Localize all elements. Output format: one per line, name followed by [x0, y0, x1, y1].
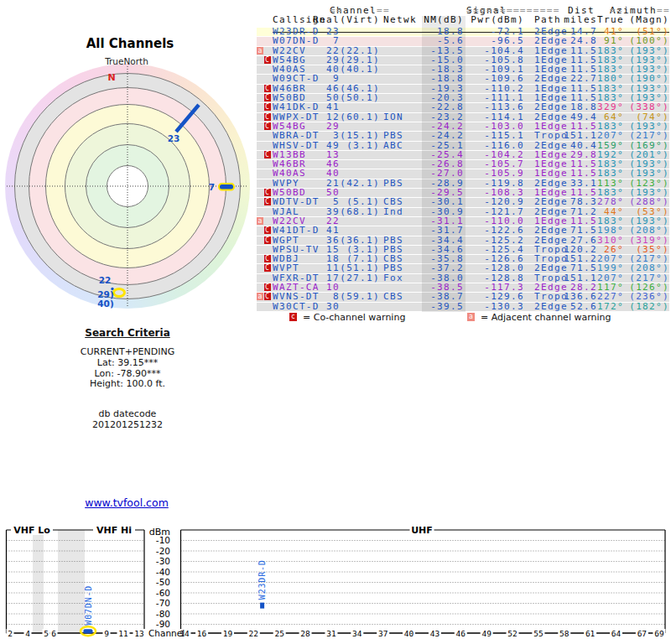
radar-marker-ch23 [176, 105, 199, 132]
cell-virt: (42.1) [340, 179, 380, 189]
radar-marker-ch29-highlight [114, 289, 125, 297]
table-header-columns: Callsign Real (Virt) Netwk NM(dB) Pwr(dB… [257, 16, 669, 25]
channel-tick-label: 69 [654, 629, 664, 638]
channel-tick-label: 43 [430, 629, 440, 638]
uhf-label: UHF [411, 525, 433, 536]
true-north-label: TrueNorth [104, 56, 148, 66]
channel-tick-label: 49 [481, 629, 492, 638]
adjacent-flag-icon: a [257, 217, 263, 225]
adjacent-flag-icon: a [257, 293, 263, 300]
spectrum-chart: VHF LoVHF HiUHFdBm-10-20-30-40-50-60-70-… [0, 516, 671, 644]
cell-virt: (68.1) [340, 208, 380, 217]
channel-tick-label: 16 [197, 629, 207, 638]
cell-virt: (60.1) [340, 113, 380, 122]
channel-tick-label: 55 [533, 629, 543, 638]
radar-label-ch22: 22 [99, 275, 112, 285]
cell-net: ION [383, 113, 403, 122]
co-channel-flag-icon: C [264, 151, 271, 158]
co-channel-flag-icon: C [264, 283, 271, 291]
station-marker [260, 603, 264, 609]
cell-virt: (50.1) [340, 94, 380, 103]
channel-tick-label: 28 [300, 629, 310, 638]
cell-virt: (40.1) [340, 65, 380, 75]
channel-tick-label: 22 [249, 629, 258, 638]
station-marker [84, 629, 93, 633]
legend-adjacent-channel: a= Adjacent channel warning [467, 313, 611, 322]
co-channel-flag-icon: C [264, 255, 271, 262]
channel-tick-label: 64 [611, 629, 622, 638]
dbm-tick-label: -50 [156, 577, 170, 587]
cell-virt: (3.1) [346, 142, 380, 151]
channel-tick-label: 19 [223, 629, 233, 638]
cell-cs: W30CT-D [273, 303, 320, 312]
co-channel-flag-icon: C [264, 122, 271, 130]
co-channel-flag-icon: C [264, 85, 271, 92]
co-channel-flag-icon: C [264, 113, 271, 121]
db-datecode-value: 201201251232 [34, 419, 221, 430]
co-channel-flag-icon: C [264, 56, 271, 64]
adjacent-flag-icon: a [257, 47, 263, 55]
dbm-tick-label: -70 [156, 598, 170, 608]
radar-chart: All Channels TrueNorth N 23 7 22 29) 40) [0, 0, 260, 319]
cell-virt: (59.1) [340, 293, 380, 302]
co-channel-flag-icon: C [264, 103, 271, 111]
dbm-tick-label: -30 [156, 556, 170, 566]
search-lat: Lat: 39.15*** [34, 357, 221, 368]
radar-overlay: TrueNorth N 23 7 22 29) 40) [0, 0, 260, 319]
channel-tick-label: 58 [559, 629, 570, 638]
cell-virt: (27.1) [340, 274, 380, 283]
search-criteria-heading: Search Criteria [34, 327, 221, 339]
co-channel-flag-icon: C [264, 198, 271, 205]
co-channel-flag-icon: c [289, 313, 297, 321]
tvfool-report: { "colors": { "marker_blue": "#1553c6", … [0, 0, 671, 644]
search-height: Height: 100.0 ft. [34, 378, 221, 389]
col-true: True [597, 16, 624, 25]
channel-tick-label: 25 [274, 629, 283, 638]
co-channel-flag-icon: C [264, 226, 271, 234]
col-path: Path [534, 16, 561, 25]
station-table: ==Channel== ========Signal======== Dist … [257, 7, 669, 325]
radar-label-ch7: 7 [209, 182, 215, 192]
col-nm: NM(dB) [424, 16, 464, 25]
col-pwr: Pwr(dBm) [471, 16, 524, 25]
co-channel-flag-icon: C [264, 94, 271, 101]
station-marker-label: W07DN-D [84, 585, 93, 626]
north-marker: N [107, 72, 115, 83]
dbm-tick-label: -20 [156, 546, 170, 556]
radar-label-ch40: 40) [97, 299, 113, 309]
channel-tick-label: 61 [585, 629, 596, 638]
channel-tick-label: 67 [637, 629, 647, 638]
channel-tick-label: 4 [25, 629, 30, 638]
cell-net: Fox [383, 274, 403, 283]
col-netwk: Netwk [383, 16, 417, 25]
co-channel-flag-icon: C [264, 293, 271, 300]
db-datecode-label: db datecode [34, 408, 221, 419]
cell-net: CBS [383, 293, 403, 302]
channel-tick-label: 31 [326, 629, 336, 638]
channel-axis-title: Channel [148, 628, 185, 638]
table-body: W23DR-D2318.8-72.12Edge14.741°(51°)W07DN… [257, 28, 669, 312]
channel-tick-label: 40 [404, 629, 414, 638]
channel-tick-label: 37 [378, 629, 388, 638]
station-marker-label: W23DR-D [257, 559, 267, 600]
search-lon: Lon: -78.90*** [34, 368, 221, 379]
adjacent-flag-icon: a [467, 313, 475, 321]
vhf-lo-label: VHF Lo [13, 525, 50, 536]
cell-path: 2Edge [534, 303, 568, 312]
cell-net: ABC [383, 142, 403, 151]
vhf-hi-label: VHF Hi [96, 525, 132, 536]
channel-tick-label: 2 [8, 629, 13, 638]
frequency-gap-band [33, 530, 44, 633]
cell-pwr: -130.3 [484, 303, 524, 312]
col-magn: (Magn) [629, 16, 669, 25]
co-channel-label: = Co-channel warning [303, 312, 405, 323]
co-channel-flag-icon: C [264, 189, 271, 196]
dbm-tick-label: -10 [156, 535, 170, 545]
cell-mi: 52.6 [570, 303, 597, 312]
adjacent-label: = Adjacent channel warning [481, 312, 611, 323]
dbm-tick-label: -80 [156, 609, 170, 619]
tvfool-link[interactable]: www.tvfool.com [85, 496, 169, 509]
dbm-tick-label: -60 [156, 588, 170, 598]
channel-tick-label: 9 [104, 629, 109, 638]
cell-nm: -39.5 [430, 303, 464, 312]
